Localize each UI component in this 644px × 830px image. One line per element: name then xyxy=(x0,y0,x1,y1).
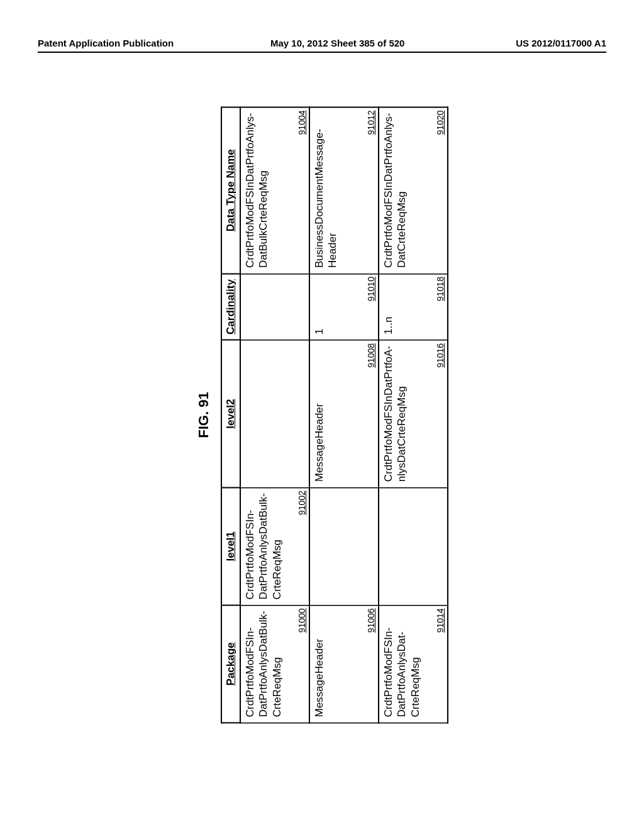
cell-id: 91012 xyxy=(366,110,376,135)
cell-text: CrdtPrtfoModFSIn-DatPrtfoAnlysDatBulk-Cr… xyxy=(243,493,284,599)
cell-id: 91006 xyxy=(366,608,376,633)
cell-package: CrdtPrtfoModFSIn-DatPrtfoAnlysDatBulk-Cr… xyxy=(240,605,309,722)
cell-text: 1..n xyxy=(382,279,395,335)
cell-id: 91008 xyxy=(366,343,376,368)
col-header-level2: level2 xyxy=(221,340,240,487)
cell-id: 91000 xyxy=(297,608,307,633)
pub-header-right: US 2012/0117000 A1 xyxy=(516,38,606,48)
cell-dtype: BusinessDocumentMessage-Header91012 xyxy=(309,107,379,274)
cell-text: BusinessDocumentMessage-Header xyxy=(313,113,340,268)
cell-text: MessageHeader xyxy=(313,346,326,482)
table-row: CrdtPrtfoModFSIn-DatPrtfoAnlysDat-CrteRe… xyxy=(379,107,448,722)
figure-label: FIG. 91 xyxy=(196,106,212,723)
cell-text: CrdtPrtfoModFSInDatPrtfoAnlys-DatCrteReq… xyxy=(382,113,409,268)
cell-level1 xyxy=(309,487,379,605)
cell-card: 191010 xyxy=(309,274,379,340)
cell-package: CrdtPrtfoModFSIn-DatPrtfoAnlysDat-CrteRe… xyxy=(379,605,448,722)
table-row: CrdtPrtfoModFSIn-DatPrtfoAnlysDatBulk-Cr… xyxy=(240,107,309,722)
table-row: MessageHeader91006 MessageHeader91008 19… xyxy=(309,107,379,722)
cell-text: CrdtPrtfoModFSIn-DatPrtfoAnlysDatBulk-Cr… xyxy=(243,611,284,717)
cell-dtype: CrdtPrtfoModFSInDatPrtfoAnlys-DatBulkCrt… xyxy=(240,107,309,274)
cell-level1 xyxy=(379,487,448,605)
col-header-level1: level1 xyxy=(221,487,240,605)
cell-level2 xyxy=(240,340,309,487)
cell-id: 91020 xyxy=(435,110,445,135)
table-header-row: Package level1 level2 Cardinality Data T… xyxy=(221,107,240,722)
cell-level1: CrdtPrtfoModFSIn-DatPrtfoAnlysDatBulk-Cr… xyxy=(240,487,309,605)
cell-id: 91004 xyxy=(297,110,307,135)
cell-id: 91010 xyxy=(366,277,376,301)
pub-header-center: May 10, 2012 Sheet 385 of 520 xyxy=(270,38,404,48)
cell-package: MessageHeader91006 xyxy=(309,605,379,722)
cell-text: CrdtPrtfoModFSIn-DatPrtfoAnlysDat-CrteRe… xyxy=(382,611,422,717)
cell-text: CrdtPrtfoModFSInDatPrtfoAnlys-DatBulkCrt… xyxy=(243,113,270,268)
figure-rotated-container: FIG. 91 Package level1 level2 Cardinalit… xyxy=(196,106,448,723)
cell-level2: MessageHeader91008 xyxy=(309,340,379,487)
col-header-cardinality: Cardinality xyxy=(221,274,240,340)
cell-level2: CrdtPrtfoModFSInDatPrtfoA-nlysDatCrteReq… xyxy=(379,340,448,487)
cell-id: 91002 xyxy=(297,490,307,515)
cell-text: MessageHeader xyxy=(313,611,326,717)
col-header-package: Package xyxy=(221,605,240,722)
cell-id: 91016 xyxy=(435,343,445,368)
cell-text: CrdtPrtfoModFSInDatPrtfoA-nlysDatCrteReq… xyxy=(382,346,409,482)
cell-card xyxy=(240,274,309,340)
cell-id: 91014 xyxy=(435,608,445,633)
col-header-datatype: Data Type Name xyxy=(221,107,240,274)
cell-dtype: CrdtPrtfoModFSInDatPrtfoAnlys-DatCrteReq… xyxy=(379,107,448,274)
cell-card: 1..n91018 xyxy=(379,274,448,340)
header-divider xyxy=(38,52,606,53)
pub-header-left: Patent Application Publication xyxy=(38,38,174,48)
figure-table: Package level1 level2 Cardinality Data T… xyxy=(221,106,448,723)
cell-text: 1 xyxy=(313,279,326,335)
cell-id: 91018 xyxy=(435,277,445,301)
